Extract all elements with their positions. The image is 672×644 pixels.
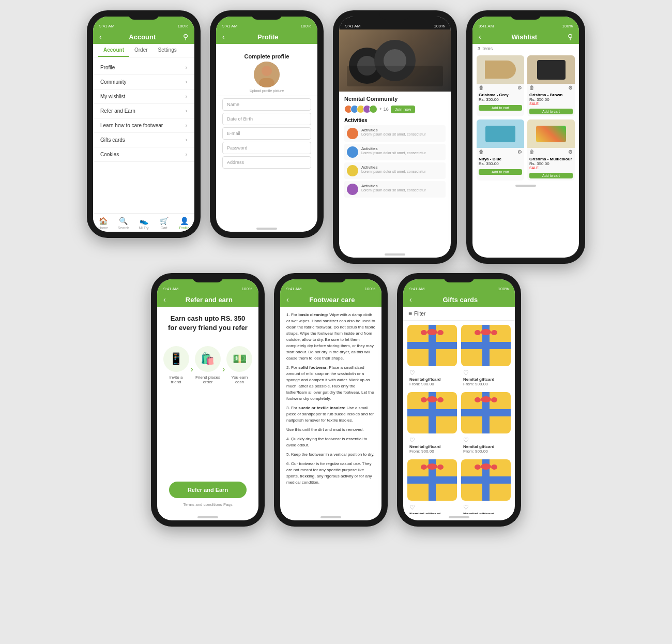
menu-wishlist[interactable]: My wishlist› <box>93 89 194 104</box>
status-battery: 100% <box>301 24 311 28</box>
care-top-bar: ‹ Footwear care <box>280 292 381 307</box>
gift-card-6[interactable] <box>461 459 511 501</box>
back-icon[interactable]: ‹ <box>99 33 102 41</box>
add-to-cart-3[interactable]: Add to cart <box>479 169 522 175</box>
wishlist-price-2: Rs. 350.00 <box>527 97 575 102</box>
share-icon-1[interactable]: ⚙ <box>517 85 522 91</box>
account-top-bar: ‹ Account ⚲ <box>93 29 194 44</box>
status-battery: 100% <box>562 24 573 28</box>
gift-card-container-5: ♡ Nemital giftcard From: 900.00 <box>407 459 457 514</box>
notch <box>128 10 159 20</box>
back-icon[interactable]: ‹ <box>409 295 412 304</box>
heart-icon-4[interactable]: ♡ <box>463 437 469 444</box>
gift-card-4[interactable] <box>461 392 511 433</box>
menu-gifts[interactable]: Gifts cards› <box>93 133 194 147</box>
refer-earn-button[interactable]: Refer and Earn <box>169 482 247 498</box>
account-content: Profile› Community› My wishlist› Refer a… <box>93 57 194 213</box>
field-dob[interactable]: Date of Birth <box>222 113 311 125</box>
wishlist-img-3 <box>477 119 524 148</box>
gift-card-2[interactable] <box>461 325 511 366</box>
refer-steps: 📱 Invite afriend › 🛍️ Friend placesorder… <box>162 346 253 384</box>
activity-icon-4 <box>347 184 358 195</box>
filter-row: ≡ Filter <box>403 307 515 321</box>
notch <box>510 10 541 20</box>
community-content: Nemital Community + 16 Join now Activiti… <box>339 92 451 251</box>
search-icon[interactable]: ⚲ <box>183 33 188 41</box>
back-icon[interactable]: ‹ <box>479 33 481 41</box>
menu-care[interactable]: Learn how to care footwear› <box>93 118 194 133</box>
field-address[interactable]: Address <box>222 156 311 169</box>
gift-card-1[interactable] <box>407 325 457 366</box>
gift-price-2: From: 900.00 <box>463 382 509 386</box>
screen-refer: 9:41 AM 100% ‹ Refer and earn Earn cash … <box>157 279 258 520</box>
home-indicator <box>256 228 277 230</box>
wishlist-grid: 🗑 ⚙ Grishma - Grey Rs. 350.00 Add to car… <box>472 53 579 183</box>
heart-icon-5[interactable]: ♡ <box>409 504 415 511</box>
activity-icon-3 <box>347 165 358 176</box>
heart-icon-1[interactable]: ♡ <box>409 369 415 377</box>
nav-home[interactable]: 🏠Home <box>93 217 113 230</box>
add-to-cart-4[interactable]: Add to cart <box>529 173 573 178</box>
nav-profile[interactable]: 👤Profile <box>174 217 194 230</box>
heart-icon-3[interactable]: ♡ <box>409 437 415 444</box>
nav-search[interactable]: 🔍Search <box>113 217 133 230</box>
gift-card-container-2: ♡ Nemital giftcard From: 900.00 <box>461 325 511 388</box>
menu-refer[interactable]: Refer and Earn› <box>93 104 194 118</box>
gift-card-5[interactable] <box>407 459 457 501</box>
nav-mitry[interactable]: 👟Mi Try <box>133 217 154 230</box>
share-icon-3[interactable]: ⚙ <box>517 149 522 155</box>
heart-icon-6[interactable]: ♡ <box>463 504 469 511</box>
care-section-3: 3. For suede or textile insoles: Use a s… <box>286 405 375 424</box>
phone-community: 9:41 AM 100% Nemital Community <box>333 10 457 264</box>
menu-community[interactable]: Community› <box>93 75 194 89</box>
tab-account[interactable]: Account <box>98 44 129 57</box>
delete-icon-3[interactable]: 🗑 <box>479 149 484 155</box>
search-icon[interactable]: ⚲ <box>568 33 573 41</box>
gift-info-6: ♡ Nemital giftcard From: 900.00 <box>461 501 511 514</box>
menu-cookies[interactable]: Cookies› <box>93 147 194 162</box>
shoe-grey <box>485 61 516 79</box>
wishlist-img-1 <box>477 55 524 84</box>
refer-earn-text: Earn cash upto RS. 350for every friend y… <box>168 314 248 333</box>
nav-cart[interactable]: 🛒Cart <box>154 217 174 230</box>
field-name[interactable]: Name <box>222 98 311 111</box>
add-to-cart-1[interactable]: Add to cart <box>479 105 522 111</box>
profile-top-bar: ‹ Profile <box>216 29 317 44</box>
wishlist-price-4: Rs. 350.00 <box>527 161 575 166</box>
menu-profile[interactable]: Profile› <box>93 61 194 75</box>
join-button[interactable]: Join now <box>391 106 416 113</box>
share-icon-4[interactable]: ⚙ <box>568 149 573 155</box>
gift-info-3: ♡ Nemital giftcard From: 900.00 <box>407 433 457 455</box>
share-icon-2[interactable]: ⚙ <box>568 85 573 91</box>
wishlist-price-3: Rs. 350.00 <box>477 161 524 166</box>
shoe-brown <box>537 60 566 80</box>
wishlist-name-4: Grishma - Multicolour <box>527 156 575 161</box>
home-indicator <box>320 516 341 518</box>
care-section-4: 4. Quickly drying the footwear is essent… <box>286 436 375 448</box>
back-icon[interactable]: ‹ <box>286 295 289 304</box>
gift-card-3[interactable] <box>407 392 457 433</box>
status-battery: 100% <box>178 24 188 28</box>
gift-card-container-1: ♡ Nemital giftcard From: 900.00 <box>407 325 457 388</box>
wishlist-actions-2: 🗑 ⚙ <box>527 84 575 92</box>
bow-2 <box>481 329 491 335</box>
sale-badge-4: SALE <box>527 166 575 170</box>
gift-price-3: From: 900.00 <box>409 449 455 454</box>
field-email[interactable]: E-mail <box>222 127 311 140</box>
back-icon[interactable]: ‹ <box>163 295 166 304</box>
field-password[interactable]: Password <box>222 142 311 154</box>
wishlist-title: Wishlist <box>511 33 537 41</box>
back-icon[interactable]: ‹ <box>222 33 225 41</box>
add-to-cart-2[interactable]: Add to cart <box>529 109 573 114</box>
care-title: Footwear care <box>309 296 355 304</box>
tab-settings[interactable]: Settings <box>153 44 182 57</box>
tab-order[interactable]: Order <box>129 44 153 57</box>
filter-label[interactable]: Filter <box>414 311 425 317</box>
member-count: + 16 <box>379 107 389 112</box>
delete-icon-2[interactable]: 🗑 <box>529 85 534 91</box>
delete-icon-4[interactable]: 🗑 <box>529 149 534 155</box>
profile-avatar[interactable] <box>254 62 280 87</box>
heart-icon-2[interactable]: ♡ <box>463 369 469 377</box>
gift-price-4: From: 900.00 <box>463 449 509 454</box>
delete-icon-1[interactable]: 🗑 <box>479 85 484 91</box>
